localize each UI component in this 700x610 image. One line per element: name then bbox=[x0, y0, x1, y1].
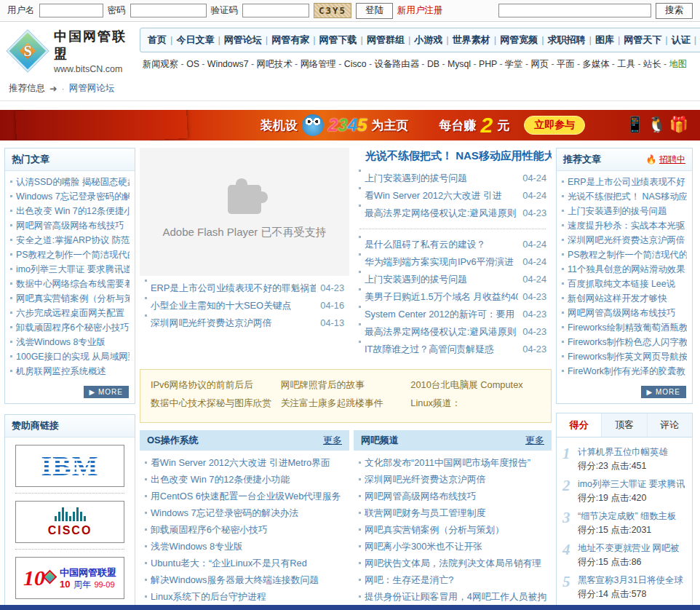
article-link[interactable]: 地址不变更就营业 网吧被 bbox=[578, 542, 680, 555]
headline-link[interactable]: 光说不练假把式！ NAS移动应用性能大 bbox=[354, 148, 552, 166]
article-link[interactable]: Fireworks绘制精致葡萄酒瓶教 bbox=[568, 322, 687, 333]
article-link[interactable]: 网吧离小学300米也不让开张 bbox=[365, 541, 482, 552]
main-nav-link[interactable]: 网管论坛 bbox=[214, 34, 261, 45]
article-link[interactable]: Ubuntu老大：“企业Linux不是只有Red bbox=[151, 558, 307, 569]
hot-more-button[interactable]: ▶ MORE bbox=[84, 386, 129, 398]
article-link[interactable]: Windows 7忘记登录密码的解 bbox=[16, 191, 130, 202]
cisco-logo[interactable]: CISCO bbox=[15, 501, 124, 543]
article-link[interactable]: 网吧状告文体局，法院判决文体局吊销有理 bbox=[365, 558, 541, 569]
search-button[interactable]: 搜索 bbox=[656, 3, 693, 19]
register-link[interactable]: 新用户注册 bbox=[397, 4, 443, 17]
article-link[interactable]: Windows 7忘记登录密码的解决办法 bbox=[151, 507, 298, 518]
section-os-more-link[interactable]: 更多 bbox=[323, 434, 342, 447]
site-logo[interactable]: S 中国网管联盟 www.bitsCN.com bbox=[7, 28, 132, 74]
article-link[interactable]: ERP是上市公司业绩表现不好的罪魁祸首？ bbox=[151, 280, 316, 297]
article-link[interactable]: 网吧：生存还是消亡? bbox=[365, 574, 453, 585]
article-link[interactable]: 卸载顽固程序6个秘密小技巧 bbox=[16, 322, 130, 333]
article-link[interactable]: ERP是上市公司业绩表现不好 bbox=[568, 177, 685, 187]
article-link[interactable]: 看Win Server 2012六大改进 引进Metro界面 bbox=[151, 457, 330, 468]
article-link[interactable]: 速度提升秒杀：实战本本光驱 bbox=[568, 221, 685, 231]
article-link[interactable]: 100GE接口的实现 从局域网到 bbox=[16, 352, 130, 362]
sub-nav-link[interactable]: 站长 bbox=[635, 59, 661, 69]
highlight-link[interactable]: 网吧牌照背后的故事 bbox=[281, 379, 365, 390]
article-link[interactable]: 安全之道:掌握ARP协议 防范 bbox=[16, 235, 130, 245]
main-nav-link[interactable]: 今日文章 bbox=[167, 34, 214, 45]
article-link[interactable]: 网吧网管高级网络布线技巧 bbox=[16, 221, 124, 231]
highlight-link[interactable]: Linux频道： bbox=[410, 397, 461, 408]
highlight-link[interactable]: 关注富士康多起跳楼事件 bbox=[281, 397, 383, 408]
article-link[interactable]: 深圳网吧光纤资费达京沪两倍 bbox=[568, 235, 685, 245]
main-nav-link[interactable]: 求职招聘 bbox=[538, 34, 585, 45]
sub-nav-link[interactable]: PHP bbox=[471, 59, 497, 69]
article-link[interactable]: 网吧网管高级网络布线技巧 bbox=[568, 308, 676, 318]
article-link[interactable]: 网吧网管高级网络布线技巧 bbox=[365, 491, 477, 502]
sub-nav-link[interactable]: OS bbox=[178, 59, 199, 69]
article-link[interactable]: System Center 2012的新许可：要用 bbox=[365, 306, 518, 323]
sub-nav-link[interactable]: 网络管理 bbox=[293, 59, 336, 69]
article-link[interactable]: Linux系统下的后台守护进程 bbox=[151, 591, 266, 602]
sub-nav-link[interactable]: Cisco bbox=[336, 59, 367, 69]
highlight-link[interactable]: IPv6网络协议的前前后后 bbox=[151, 379, 253, 390]
article-link[interactable]: 认清SSD的嘴脸 揭秘固态硬盘 bbox=[16, 177, 130, 187]
login-button[interactable]: 登陆 bbox=[356, 3, 393, 19]
captcha-input[interactable] bbox=[242, 4, 309, 17]
main-nav-link[interactable]: 专题 bbox=[691, 34, 700, 45]
article-link[interactable]: 最高法界定网络侵权认定:避风港原则 bbox=[365, 205, 518, 222]
main-nav-link[interactable]: 网管宽频 bbox=[490, 34, 538, 45]
article-link[interactable]: 文化部发布“2011中国网吧市场年度报告” bbox=[365, 457, 530, 468]
section-netbar-more-link[interactable]: 更多 bbox=[525, 434, 544, 447]
article-link[interactable]: 上门安装遇到的拔号问题 bbox=[365, 271, 518, 288]
article-link[interactable]: 出色改变 Win 7的12条便捷小功能 bbox=[151, 474, 290, 485]
article-link[interactable]: IT故障谁之过？高管问责解疑惑 bbox=[365, 341, 518, 358]
sub-nav-link[interactable]: 网页 bbox=[523, 59, 549, 69]
banner-join-button[interactable]: 立即参与 bbox=[524, 116, 585, 135]
article-link[interactable]: PS教程之制作一个简洁现代的 bbox=[16, 250, 130, 260]
article-link[interactable]: 计算机界五位巾帼英雄 bbox=[578, 446, 668, 459]
highlight-link[interactable]: 2010台北电脑展 Computex bbox=[410, 379, 522, 390]
ranking-tab[interactable]: 顶客 bbox=[601, 413, 646, 437]
article-link[interactable]: 网吧真实营销案例（分析与策划） bbox=[365, 524, 504, 535]
article-link[interactable]: “细节决定成败” 细数主板 bbox=[578, 510, 677, 523]
article-link[interactable]: 看Win Server 2012六大改进 引进 bbox=[365, 187, 518, 205]
article-link[interactable]: 上门安装遇到的拔号问题 bbox=[365, 170, 518, 187]
article-link[interactable]: 百度抓取纯文本链接 Lee说 bbox=[568, 279, 675, 289]
sub-nav-link[interactable]: 设备路由器 bbox=[367, 59, 419, 69]
article-link[interactable]: 黑客宣称3月31日将使全球 bbox=[578, 574, 683, 587]
article-link[interactable]: 11个独具创意的网站滑动效果 bbox=[568, 264, 685, 274]
article-link[interactable]: 用CentOS 6快速配置一台企业级Web代理服务 bbox=[151, 491, 341, 502]
article-link[interactable]: 浅尝Windows 8专业版 bbox=[151, 541, 243, 552]
article-link[interactable]: 美男子日购近1.5万个域名 月收益约40 bbox=[365, 288, 518, 306]
main-nav-link[interactable]: 网管有家 bbox=[262, 34, 309, 45]
article-link[interactable]: 浅尝Windows 8专业版 bbox=[16, 337, 106, 347]
article-link[interactable]: 机房联网监控系统概述 bbox=[16, 366, 106, 376]
article-link[interactable]: FireWork制作有光泽的胶囊教 bbox=[568, 366, 685, 376]
article-link[interactable]: 小型企业主需知的十大SEO关键点 bbox=[151, 297, 316, 314]
article-link[interactable]: 上门安装遇到的拔号问题 bbox=[568, 206, 667, 216]
article-link[interactable]: 六步完成远程桌面网关配置 bbox=[16, 308, 124, 318]
sub-nav-link[interactable]: Mysql bbox=[440, 59, 471, 69]
main-nav-link[interactable]: 网管下载 bbox=[309, 34, 357, 45]
article-link[interactable]: 出色改变 Win 7的12条便捷小 bbox=[16, 206, 130, 216]
anniversary-logo[interactable]: 10 中国网管联盟 10 周年 99-09 bbox=[15, 557, 124, 599]
password-input[interactable] bbox=[130, 4, 207, 17]
sub-nav-link[interactable]: 网吧技术 bbox=[249, 59, 293, 69]
search-input[interactable] bbox=[498, 4, 651, 17]
article-link[interactable]: 解决Windows服务器最大终端连接数问题 bbox=[151, 574, 319, 585]
article-link[interactable]: imo列举三大罪证 要求腾讯 bbox=[578, 478, 685, 491]
article-link[interactable]: 深圳网吧光纤资费达京沪两倍 bbox=[365, 474, 485, 485]
article-link[interactable]: 光说不练假把式！ NAS移动应 bbox=[568, 191, 687, 202]
article-link[interactable]: Fireworks制作英文网页导航按 bbox=[568, 352, 687, 362]
article-link[interactable]: 深圳网吧光纤资费达京沪两倍 bbox=[151, 314, 316, 332]
hiring-link[interactable]: 招聘中 bbox=[659, 154, 685, 165]
ibm-logo[interactable]: IBM bbox=[15, 445, 124, 487]
breadcrumb-forum-link[interactable]: 网管网论坛 bbox=[69, 82, 115, 95]
sub-nav-link[interactable]: 学堂 bbox=[497, 59, 523, 69]
article-link[interactable]: PS教程之制作一个简洁现代的 bbox=[568, 250, 687, 260]
article-link[interactable]: 网吧真实营销案例（分析与策 bbox=[16, 293, 130, 304]
sub-nav-link[interactable]: DB bbox=[419, 59, 440, 69]
article-link[interactable]: imo列举三大罪证 要求腾讯道 bbox=[16, 264, 130, 274]
main-nav-link[interactable]: 图库 bbox=[586, 34, 614, 45]
article-link[interactable]: 卸载顽固程序6个秘密小技巧 bbox=[151, 524, 268, 535]
ad-banner[interactable]: 装机设 2345 为主页 每台赚 2 元 立即参与 📱🐧🎁 bbox=[0, 110, 700, 140]
main-nav-link[interactable]: 世界素材 bbox=[442, 34, 490, 45]
